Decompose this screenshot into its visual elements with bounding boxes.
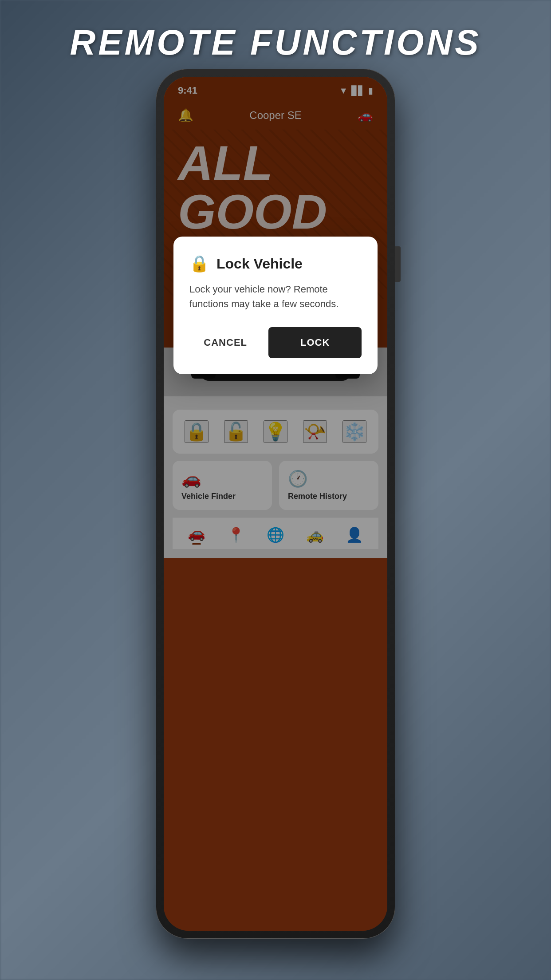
phone-screen: 9:41 ▼ ▊▋ ▮ 🔔 Cooper SE 🚗 ALL GOOD 🔒 xyxy=(164,77,387,931)
modal-overlay[interactable]: 🔒 Lock Vehicle Lock your vehicle now? Re… xyxy=(164,77,387,931)
side-button xyxy=(395,246,401,282)
lock-confirm-button[interactable]: LOCK xyxy=(268,327,362,358)
modal-buttons: CANCEL LOCK xyxy=(189,327,362,358)
phone-mockup: 9:41 ▼ ▊▋ ▮ 🔔 Cooper SE 🚗 ALL GOOD 🔒 xyxy=(156,69,395,939)
cancel-button[interactable]: CANCEL xyxy=(189,327,261,358)
lock-vehicle-dialog: 🔒 Lock Vehicle Lock your vehicle now? Re… xyxy=(173,237,378,374)
modal-lock-icon: 🔒 xyxy=(189,254,209,273)
page-title: REMOTE FUNCTIONS xyxy=(0,22,551,63)
modal-header: 🔒 Lock Vehicle xyxy=(189,254,362,273)
phone-shell: 9:41 ▼ ▊▋ ▮ 🔔 Cooper SE 🚗 ALL GOOD 🔒 xyxy=(156,69,395,939)
modal-title: Lock Vehicle xyxy=(216,256,303,272)
modal-body-text: Lock your vehicle now? Remote functions … xyxy=(189,282,362,311)
